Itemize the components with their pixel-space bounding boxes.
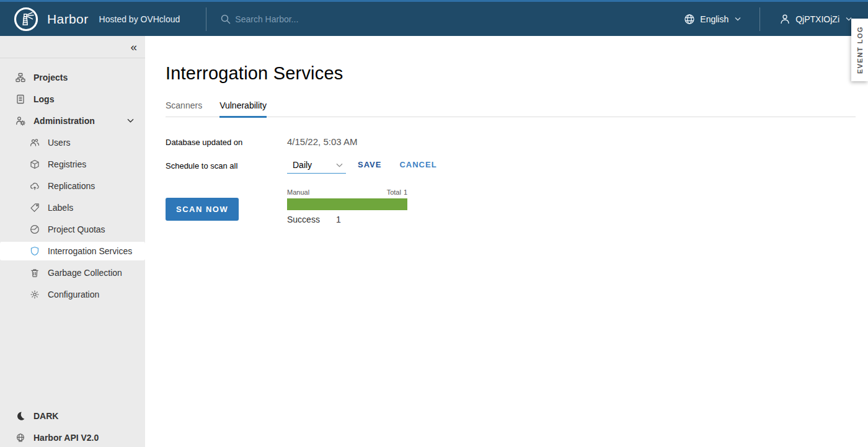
page-title: Interrogation Services [166,63,856,84]
header-divider [206,7,206,31]
sidebar-item-label: Labels [48,203,73,213]
harbor-logo-icon [14,7,38,32]
schedule-row: Schedule to scan all Daily SAVE CANCEL [166,160,856,174]
replications-icon [30,181,40,191]
sidebar-item-label: Users [48,138,71,148]
chart-total-value: 1 [404,188,407,196]
sidebar-collapse-row: « [0,36,145,58]
sidebar-item-administration[interactable]: Administration [0,110,145,131]
schedule-label: Schedule to scan all [166,160,287,170]
registries-icon [30,159,40,169]
users-icon [30,138,40,148]
sidebar-item-label: Interrogation Services [48,246,132,256]
brand-subtitle: Hosted by OVHcloud [99,14,180,24]
tab-scanners[interactable]: Scanners [166,100,202,118]
chevron-down-icon [336,163,343,167]
sidebar-item-project-quotas[interactable]: Project Quotas [0,218,145,240]
chevron-down-icon [735,17,741,21]
chart-bar-track [287,198,407,210]
cancel-button[interactable]: CANCEL [399,160,436,169]
database-updated-label: Database updated on [166,136,287,147]
collapse-sidebar-icon[interactable]: « [130,41,137,53]
logs-icon [16,94,25,104]
user-menu[interactable]: QjPTXIOjZi [779,13,852,25]
administration-icon [16,116,25,126]
chevron-down-icon [127,118,134,123]
app-header: Harbor Hosted by OVHcloud English [0,0,868,36]
language-label: English [700,14,728,24]
main-content: Interrogation Services Scanners Vulnerab… [145,36,868,447]
api-icon [16,433,25,443]
language-selector[interactable]: English [683,13,741,25]
database-updated-value: 4/15/22, 5:03 AM [287,136,357,147]
sidebar-item-garbage-collection[interactable]: Garbage Collection [0,262,145,283]
scan-now-button[interactable]: SCAN NOW [166,198,239,221]
sidebar-item-configuration[interactable]: Configuration [0,283,145,305]
header-divider [760,7,760,31]
username-label: QjPTXIOjZi [795,14,839,24]
sidebar-item-label: Projects [33,73,68,82]
projects-icon [16,73,25,82]
scan-summary-chart: Manual Total1 Success1 [287,188,407,224]
tag-icon [30,203,40,213]
schedule-select-value: Daily [293,160,312,170]
chart-legend: Success1 [287,215,407,224]
dark-mode-toggle[interactable]: DARK [0,405,145,427]
sidebar-item-logs[interactable]: Logs [0,88,145,110]
sidebar-item-label: Administration [33,116,95,126]
user-icon [779,13,791,25]
sidebar-item-label: Garbage Collection [48,268,122,278]
gear-icon [30,290,40,299]
schedule-select[interactable]: Daily [287,160,346,174]
moon-icon [16,411,25,421]
chart-series-value: 1 [336,215,341,224]
search-icon [220,14,231,25]
sidebar-item-users[interactable]: Users [0,131,145,153]
sidebar-item-projects[interactable]: Projects [0,66,145,88]
scan-row: SCAN NOW Manual Total1 Success1 [166,188,856,224]
shield-icon [30,246,40,256]
sidebar-item-label: Registries [48,159,86,169]
sidebar-item-label: Replications [48,181,95,191]
globe-icon [683,13,696,25]
search-bar [220,14,421,25]
save-button[interactable]: SAVE [358,160,381,169]
quota-gauge-icon [30,224,40,234]
sidebar: « Projects Logs Adm [0,36,145,447]
sidebar-item-label: Configuration [48,290,99,299]
scan-button-cell: SCAN NOW [166,188,287,224]
trash-icon [30,268,40,278]
chart-title: Manual [287,188,309,196]
dark-mode-label: DARK [33,411,58,421]
sidebar-item-interrogation-services[interactable]: Interrogation Services [0,242,145,260]
database-updated-row: Database updated on 4/15/22, 5:03 AM [166,136,856,147]
tab-vulnerability[interactable]: Vulnerability [219,100,267,118]
sidebar-item-replications[interactable]: Replications [0,175,145,197]
event-log-label: EVENT LOG [856,26,864,74]
sidebar-item-label: Logs [33,94,54,104]
sidebar-item-labels[interactable]: Labels [0,197,145,218]
sidebar-item-harbor-api[interactable]: Harbor API V2.0 [0,427,145,447]
sidebar-item-label: Harbor API V2.0 [33,433,99,443]
chart-bar [287,198,407,210]
chart-series-name: Success [287,215,320,224]
brand-title: Harbor [47,12,89,27]
sidebar-item-label: Project Quotas [48,224,105,234]
chart-total: Total1 [387,188,407,196]
sidebar-item-registries[interactable]: Registries [0,153,145,175]
event-log-tab[interactable]: EVENT LOG [851,19,868,81]
search-input[interactable] [235,14,421,24]
tab-bar: Scanners Vulnerability [166,100,856,117]
